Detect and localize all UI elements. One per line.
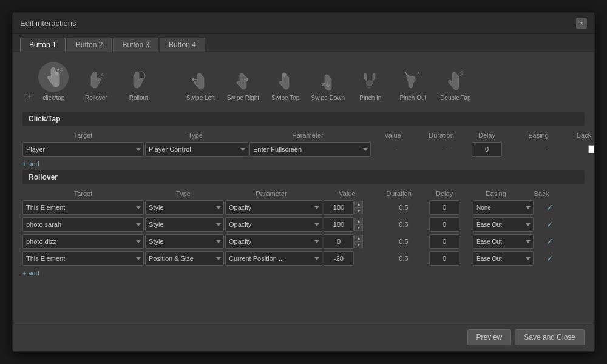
- tab-button4[interactable]: Button 4: [160, 38, 205, 52]
- gesture-pinch-in[interactable]: Pinch In: [350, 66, 391, 106]
- ro-target-select-0[interactable]: This Element: [22, 200, 144, 215]
- ro-value-input-0[interactable]: [324, 200, 354, 215]
- ro-back-check-3: ✓: [535, 254, 565, 263]
- rollover-row-0: This Element Style Opacity ▲ ▼ 0.5: [22, 199, 585, 216]
- ct-back-checkbox-0[interactable]: [588, 145, 594, 153]
- ro-value-input-3[interactable]: [324, 251, 354, 266]
- ct-target-select-0[interactable]: Player: [22, 142, 144, 157]
- preview-button[interactable]: Preview: [467, 329, 512, 345]
- header-target-ro: Target: [22, 190, 144, 197]
- close-button[interactable]: ×: [576, 18, 587, 29]
- gesture-pinch-out[interactable]: Pinch Out: [392, 66, 433, 106]
- header-duration-ct: Duration: [417, 132, 466, 139]
- ro-type-select-2[interactable]: Style: [145, 234, 224, 249]
- gesture-swipe-right[interactable]: Swipe Right: [222, 66, 263, 106]
- ro-back-check-2: ✓: [535, 237, 565, 246]
- rollover-header: Rollover: [22, 170, 585, 184]
- ro-target-select-1[interactable]: photo sarah: [22, 217, 144, 232]
- ro-target-select-3[interactable]: This Element: [22, 251, 144, 266]
- ro-value-down-0[interactable]: ▼: [354, 207, 363, 214]
- gesture-double-tap[interactable]: Double Tap: [435, 66, 476, 106]
- ro-value-cell-2: ▲ ▼: [324, 234, 378, 249]
- ro-delay-input-1[interactable]: [429, 217, 459, 232]
- double-tap-label: Double Tap: [440, 95, 470, 102]
- ro-parameter-select-0[interactable]: Opacity: [225, 200, 322, 215]
- gesture-swipe-left[interactable]: Swipe Left: [180, 66, 221, 106]
- click-tap-header: Click/Tap: [22, 112, 585, 126]
- ct-value-0: -: [372, 146, 421, 153]
- ro-value-cell-0: ▲ ▼: [324, 200, 378, 215]
- swipe-down-icon: [316, 69, 339, 92]
- click-tap-row-0: Player Player Control Enter Fullscreen -…: [22, 141, 585, 158]
- ro-duration-3: 0.5: [379, 255, 428, 262]
- ct-delay-input-0[interactable]: [472, 142, 502, 157]
- gesture-rollout[interactable]: Rollout: [118, 66, 159, 106]
- rollout-label: Rollout: [129, 95, 148, 102]
- gesture-click-tap[interactable]: click/tap: [33, 58, 74, 106]
- swipe-top-icon: [274, 69, 297, 92]
- ro-parameter-select-2[interactable]: Opacity: [225, 234, 322, 249]
- click-tap-add-link[interactable]: + add: [22, 158, 585, 170]
- ro-type-select-1[interactable]: Style: [145, 217, 224, 232]
- ct-easing-0: -: [515, 146, 576, 153]
- ro-delay-input-0[interactable]: [429, 200, 459, 215]
- pinch-out-label: Pinch Out: [399, 95, 426, 102]
- header-parameter-ro: Parameter: [223, 190, 320, 197]
- ro-duration-2: 0.5: [379, 238, 428, 245]
- ro-type-select-3[interactable]: Position & Size: [145, 251, 224, 266]
- click-tap-section: Click/Tap Target Type Parameter Value Du…: [22, 112, 585, 170]
- ro-value-input-2[interactable]: [324, 234, 354, 249]
- ro-easing-select-2[interactable]: Ease Out None: [473, 234, 534, 249]
- ct-type-select-0[interactable]: Player Control: [145, 142, 248, 157]
- click-tap-table-header: Target Type Parameter Value Duration Del…: [22, 130, 585, 141]
- gesture-rollover[interactable]: Rollover: [75, 66, 117, 106]
- ro-value-input-1[interactable]: [324, 217, 354, 232]
- tab-button3[interactable]: Button 3: [113, 38, 158, 52]
- ro-value-spinner-2: ▲ ▼: [354, 235, 363, 248]
- gestures-row: + click/tap: [22, 58, 585, 112]
- gesture-swipe-down[interactable]: Swipe Down: [307, 66, 348, 106]
- edit-interactions-dialog: Edit interactions × Button 1 Button 2 Bu…: [12, 12, 595, 352]
- gesture-swipe-top[interactable]: Swipe Top: [265, 66, 306, 106]
- ro-value-cell-3: [324, 251, 378, 266]
- ro-value-down-1[interactable]: ▼: [354, 224, 363, 231]
- header-duration-ro: Duration: [375, 190, 423, 197]
- svg-point-0: [57, 69, 59, 71]
- dialog-title: Edit interactions: [20, 19, 76, 28]
- pinch-in-label: Pinch In: [359, 95, 381, 102]
- ro-target-select-2[interactable]: photo dizz: [22, 234, 144, 249]
- rollover-add-link[interactable]: + add: [22, 267, 585, 279]
- ro-easing-select-1[interactable]: Ease Out None: [473, 217, 534, 232]
- swipe-left-icon: [189, 69, 212, 92]
- rollover-table-header: Target Type Parameter Value Duration Del…: [22, 188, 585, 199]
- header-value-ro: Value: [320, 190, 375, 197]
- ct-duration-0: -: [422, 146, 470, 153]
- tab-button1[interactable]: Button 1: [20, 38, 66, 52]
- ro-type-select-0[interactable]: Style: [145, 200, 224, 215]
- pinch-out-icon: [401, 69, 424, 92]
- ro-value-spinner-0: ▲ ▼: [354, 201, 363, 214]
- tab-button2[interactable]: Button 2: [67, 38, 112, 52]
- ro-easing-select-0[interactable]: None Ease Out: [473, 200, 534, 215]
- ro-value-down-2[interactable]: ▼: [354, 241, 363, 248]
- header-parameter-ct: Parameter: [247, 132, 368, 139]
- ro-value-up-2[interactable]: ▲: [354, 235, 363, 241]
- ct-parameter-select-0[interactable]: Enter Fullscreen: [249, 142, 371, 157]
- header-delay-ct: Delay: [466, 132, 508, 139]
- tabs-bar: Button 1 Button 2 Button 3 Button 4: [13, 34, 594, 52]
- ro-value-up-0[interactable]: ▲: [354, 201, 363, 207]
- ct-back-cell-0: [577, 145, 594, 153]
- ro-delay-input-3[interactable]: [429, 251, 459, 266]
- ro-parameter-select-1[interactable]: Opacity: [225, 217, 322, 232]
- header-easing-ct: Easing: [508, 132, 569, 139]
- ro-delay-input-2[interactable]: [429, 234, 459, 249]
- ro-easing-select-3[interactable]: Ease Out None: [473, 251, 534, 266]
- ro-duration-0: 0.5: [379, 204, 428, 211]
- double-tap-icon: [444, 69, 467, 92]
- rollout-icon: [127, 69, 150, 92]
- ro-value-up-1[interactable]: ▲: [354, 218, 363, 224]
- save-close-button[interactable]: Save and Close: [515, 329, 585, 345]
- header-back-ro: Back: [526, 190, 557, 197]
- header-value-ct: Value: [368, 132, 417, 139]
- ro-parameter-select-3[interactable]: Current Position ...: [225, 251, 322, 266]
